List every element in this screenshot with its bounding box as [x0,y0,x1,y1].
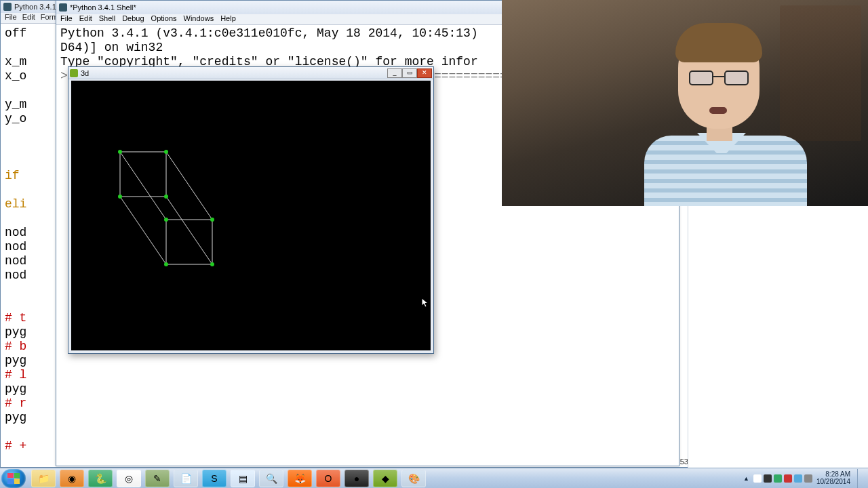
show-desktop-button[interactable] [857,469,864,488]
pygame-window: 3d _ ▭ ✕ [68,66,434,354]
magnifier-icon[interactable]: 🔍 [259,470,283,487]
gimp-icon[interactable]: ✎ [145,470,170,487]
chrome-icon[interactable]: ◎ [117,470,141,487]
tray-icon[interactable] [794,474,802,483]
notepad-icon[interactable]: 📄 [174,470,198,487]
shell-menu-options[interactable]: Options [151,14,177,24]
pygame-titlebar[interactable]: 3d _ ▭ ✕ [68,67,433,79]
firefox-icon[interactable]: 🦊 [288,470,312,487]
editor-menu-file[interactable]: File [5,13,17,23]
start-button[interactable] [1,469,26,488]
taskbar-icons: 📁◉🐍◎✎📄S▤🔍🦊O●◆🎨 [31,470,426,487]
shell-menu-file[interactable]: File [60,14,73,24]
svg-line-8 [120,152,166,220]
tray-icon[interactable] [764,474,772,483]
taskbar-clock[interactable]: 8:28 AM 10/28/2014 [816,471,850,485]
python-icon [3,3,12,11]
tray-icon[interactable] [753,474,762,483]
system-tray[interactable]: ▲ 8:28 AM 10/28/2014 [743,469,868,488]
svg-point-18 [164,262,168,266]
wmp-icon[interactable]: ◉ [60,470,84,487]
pygame-task-icon[interactable]: ◆ [373,470,397,487]
close-button[interactable]: ✕ [417,68,432,78]
pygame-icon [70,69,78,77]
right-blank-panel [688,206,868,468]
editor-menu-edit[interactable]: Edit [22,13,35,23]
skype-icon[interactable]: S [202,470,226,487]
tray-caret-icon[interactable]: ▲ [743,475,749,482]
webcam-overlay [502,0,868,206]
svg-point-14 [118,195,122,199]
shell-menu-debug[interactable]: Debug [122,14,144,24]
shell-menu-edit[interactable]: Edit [79,14,92,24]
svg-point-13 [164,150,168,154]
svg-line-10 [120,197,166,264]
svg-point-16 [164,218,168,222]
tray-icon[interactable] [774,474,782,483]
tray-icon[interactable] [804,474,812,483]
python-icon [59,3,67,12]
paint-icon[interactable]: 🎨 [401,470,426,487]
svg-point-17 [210,218,214,222]
obs-icon[interactable]: ● [344,470,369,487]
svg-point-19 [210,262,214,266]
pygame-canvas[interactable] [71,81,431,350]
explorer-icon[interactable]: 📁 [31,470,56,487]
pygame-title: 3d [81,69,89,77]
taskbar[interactable]: 📁◉🐍◎✎📄S▤🔍🦊O●◆🎨 ▲ 8:28 AM 10/28/2014 [0,468,868,488]
origin-icon[interactable]: O [316,470,340,487]
tray-icon[interactable] [784,474,792,483]
minimize-button[interactable]: _ [387,68,402,78]
shell-menu-shell[interactable]: Shell [99,14,115,24]
svg-line-11 [166,197,212,264]
shell-title: *Python 3.4.1 Shell* [70,3,136,12]
svg-line-9 [166,152,212,220]
idle-icon[interactable]: 🐍 [88,470,113,487]
shell-menu-windows[interactable]: Windows [184,14,214,24]
shell-menu-help[interactable]: Help [220,14,236,24]
maximize-button[interactable]: ▭ [402,68,417,78]
libre-icon[interactable]: ▤ [231,470,255,487]
svg-point-12 [118,150,122,154]
svg-point-15 [164,195,168,199]
